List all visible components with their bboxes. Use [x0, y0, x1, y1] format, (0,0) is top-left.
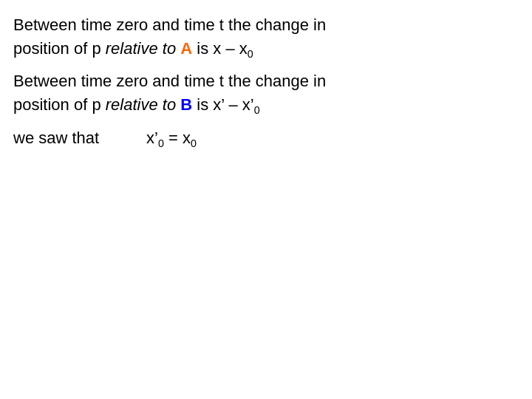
eq-sub2: 0	[191, 137, 197, 149]
block2-line1: Between time zero and time t the change …	[13, 69, 519, 93]
block1-A: A	[180, 39, 192, 58]
block1-post: is x – x	[192, 39, 248, 58]
block1-sub: 0	[248, 48, 253, 60]
eq-sub1: 0	[158, 137, 164, 149]
eq-pre: x’	[146, 129, 158, 147]
block2-post: is x’ – x’	[192, 95, 254, 114]
block-2: Between time zero and time t the change …	[13, 69, 519, 118]
block2-line2: position of p relative to B is x’ – x’0	[13, 93, 519, 118]
we-saw-label: we saw that	[13, 129, 146, 148]
block2-italic: relative to	[106, 95, 176, 114]
block1-pre: position of p	[13, 39, 106, 58]
block2-sub: 0	[254, 104, 260, 116]
block1-line1: Between time zero and time t the change …	[13, 13, 519, 37]
main-content: Between time zero and time t the change …	[0, 0, 532, 163]
we-saw-row: we saw that x’0 = x0	[13, 129, 519, 149]
block2-B: B	[180, 95, 192, 114]
block2-pre: position of p	[13, 95, 106, 114]
block1-italic: relative to	[106, 39, 176, 58]
equation: x’0 = x0	[146, 129, 197, 149]
block1-line2: position of p relative to A is x – x0	[13, 37, 519, 62]
block-1: Between time zero and time t the change …	[13, 13, 519, 62]
eq-mid: = x	[164, 129, 191, 147]
